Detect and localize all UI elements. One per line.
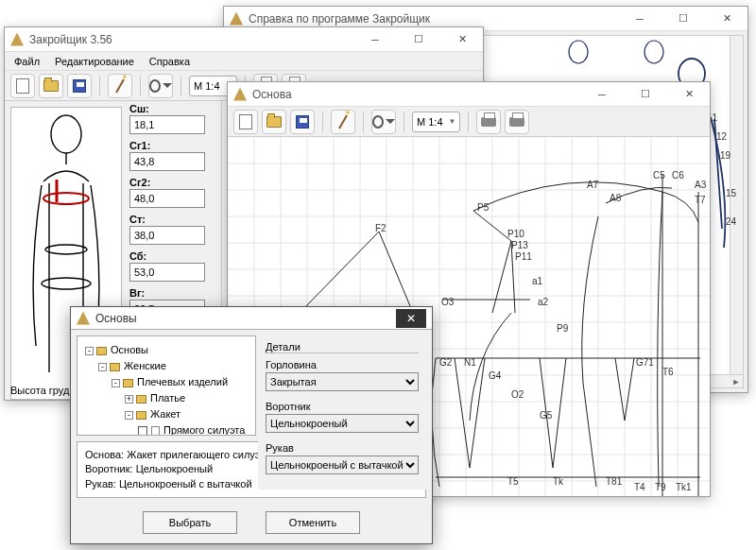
svg-text:T5: T5 (507, 476, 519, 487)
svg-text:C6: C6 (672, 170, 684, 180)
svg-text:T81: T81 (606, 476, 623, 487)
select-button[interactable]: Выбрать (143, 511, 237, 534)
new-icon (239, 114, 252, 129)
svg-text:P9: P9 (557, 323, 569, 334)
measurement-row: Сш: (129, 103, 216, 134)
menu-file[interactable]: Файл (9, 54, 45, 69)
basis-dialog: Основы ✕ -Основы -Женские -Плечевых изде… (70, 306, 433, 544)
svg-point-0 (569, 41, 588, 63)
chevron-down-icon (163, 83, 172, 88)
scale-combo[interactable]: М 1:4 ▼ (412, 112, 460, 132)
measurement-input[interactable] (129, 152, 205, 171)
svg-text:O2: O2 (511, 389, 524, 400)
pattern-title: Основа (252, 88, 577, 101)
svg-text:19: 19 (720, 150, 731, 161)
main-title: Закройщик 3.56 (29, 33, 351, 46)
svg-point-14 (45, 245, 87, 254)
svg-text:T4: T4 (634, 482, 645, 492)
open-icon (266, 116, 282, 128)
svg-text:T6: T6 (662, 367, 674, 377)
measurement-row: Сг1: (129, 140, 216, 171)
app-icon (10, 33, 24, 46)
print-preview-icon (481, 117, 496, 127)
shape-button[interactable] (371, 110, 396, 134)
chevron-down-icon (386, 119, 395, 124)
collar-select[interactable]: Цельнокроеный (266, 414, 419, 433)
shape-button[interactable] (148, 74, 173, 98)
maximize-button[interactable]: ☐ (627, 83, 664, 106)
svg-point-12 (51, 115, 81, 153)
print-button[interactable] (505, 110, 529, 134)
measurement-input[interactable] (129, 115, 205, 134)
main-titlebar: Закройщик 3.56 ─ ☐ ✕ (5, 27, 483, 52)
chevron-down-icon: ▼ (449, 117, 456, 126)
cancel-button[interactable]: Отменить (266, 511, 360, 534)
ring-icon (372, 115, 384, 129)
neck-label: Горловина (266, 359, 419, 370)
measurement-label: Вг: (129, 287, 216, 299)
main-menubar: Файл Редактирование Справка (5, 52, 483, 71)
pattern-titlebar: Основа ─ ☐ ✕ (228, 82, 710, 107)
svg-text:G71: G71 (636, 357, 654, 368)
magic-button[interactable] (331, 110, 355, 134)
svg-text:12: 12 (716, 131, 728, 142)
close-button[interactable]: ✕ (708, 8, 746, 30)
close-button[interactable]: ✕ (443, 28, 481, 51)
close-button[interactable]: ✕ (670, 83, 708, 106)
minimize-button[interactable]: ─ (583, 83, 621, 106)
collar-label: Воротник (266, 401, 419, 412)
menu-edit[interactable]: Редактирование (49, 54, 140, 69)
svg-text:A3: A3 (695, 180, 707, 190)
open-icon (43, 80, 59, 92)
svg-text:a2: a2 (538, 297, 549, 307)
svg-point-13 (43, 193, 89, 204)
minimize-button[interactable]: ─ (621, 8, 659, 30)
new-icon (16, 78, 29, 94)
menu-help[interactable]: Справка (144, 54, 196, 69)
sleeve-select[interactable]: Цельнокроеный с вытачкой (266, 455, 419, 474)
svg-text:a1: a1 (532, 276, 543, 286)
save-button[interactable] (290, 110, 315, 134)
details-panel: Детали Горловина Закрытая Воротник Цельн… (258, 335, 426, 490)
svg-text:F2: F2 (375, 223, 387, 233)
svg-text:Tk1: Tk1 (676, 482, 692, 492)
maximize-button[interactable]: ☐ (400, 28, 438, 51)
measurement-label: Сг1: (129, 140, 216, 151)
measurement-label: Ст: (129, 214, 216, 225)
new-button[interactable] (233, 110, 258, 134)
measurement-row: Сг2: (129, 177, 216, 208)
neck-select[interactable]: Закрытая (266, 372, 419, 391)
app-icon (233, 88, 247, 101)
dialog-button-row: Выбрать Отменить (71, 504, 432, 543)
measurement-input[interactable] (129, 263, 205, 282)
open-button[interactable] (262, 110, 286, 134)
dialog-close-button[interactable]: ✕ (396, 309, 426, 328)
svg-text:P10: P10 (507, 229, 524, 239)
app-icon (77, 312, 90, 325)
new-button[interactable] (10, 74, 35, 98)
svg-point-1 (644, 41, 663, 63)
help-title: Справка по программе Закройщик (249, 12, 615, 26)
measurement-input[interactable] (129, 226, 205, 245)
save-button[interactable] (67, 74, 92, 98)
svg-text:G2: G2 (439, 357, 453, 368)
printer-icon (509, 117, 524, 127)
preview-button[interactable] (476, 110, 501, 134)
svg-text:A8: A8 (610, 193, 622, 203)
svg-text:24: 24 (726, 216, 737, 227)
svg-text:P5: P5 (477, 202, 490, 213)
status-label: Высота груди (10, 385, 76, 396)
minimize-button[interactable]: ─ (356, 28, 394, 51)
magic-button[interactable] (108, 74, 132, 98)
svg-text:G4: G4 (489, 370, 502, 381)
measurement-input[interactable] (129, 189, 205, 208)
open-button[interactable] (39, 74, 63, 98)
svg-text:Tk: Tk (553, 476, 564, 487)
pattern-toolbar: М 1:4 ▼ (228, 107, 710, 137)
measurement-label: Сб: (129, 250, 216, 262)
basis-tree[interactable]: -Основы -Женские -Плечевых изделий +Плат… (77, 335, 256, 436)
maximize-button[interactable]: ☐ (664, 8, 702, 30)
svg-text:G5: G5 (540, 410, 553, 421)
measurement-label: Сш: (129, 103, 216, 114)
svg-text:P13: P13 (511, 240, 528, 250)
